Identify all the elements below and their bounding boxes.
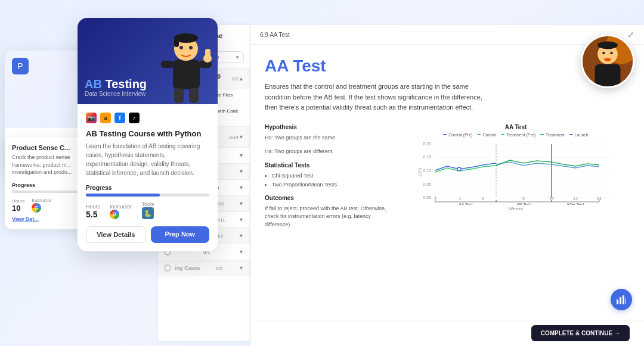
main-bottom: COMPLETE & CONTINUE → xyxy=(250,320,644,346)
chapter-9-arrow: ▼ xyxy=(239,249,244,255)
hours-value: 10 xyxy=(12,204,24,213)
svg-rect-61 xyxy=(623,295,624,304)
svg-point-58 xyxy=(605,58,610,61)
ab-hours-value: 5.5 xyxy=(86,210,100,219)
chapter-2-arrow: ▼ xyxy=(239,134,244,140)
svg-rect-59 xyxy=(617,300,618,304)
ab-card-subtitle: Data Science Interview xyxy=(85,91,147,97)
chart-svg: 0.20 0.15 0.10 0.05 0.00 xyxy=(402,139,630,205)
chapter-10-arrow: ▼ xyxy=(239,265,244,271)
chapter-10-count: 0/5 xyxy=(216,266,222,271)
ab-instructor-meta: Instructor G xyxy=(110,204,132,219)
ab-progress-bar-bg xyxy=(86,194,209,197)
complete-continue-button[interactable]: COMPLETE & CONTINUE → xyxy=(531,325,630,341)
hours-label: Hours xyxy=(12,198,24,204)
hypothesis-h0: Ho: Two groups are the same. xyxy=(265,134,390,142)
svg-rect-14 xyxy=(173,60,200,89)
chapter-10-circle xyxy=(164,264,171,272)
svg-text:0.20: 0.20 xyxy=(423,142,431,146)
legend-dot-treatment xyxy=(540,134,544,135)
svg-point-18 xyxy=(179,46,183,49)
chapter-7-arrow: ▼ xyxy=(239,217,244,223)
ab-tiktok-icon[interactable]: ♪ xyxy=(129,113,140,123)
ab-hero-text: AB Testing Data Science Interview xyxy=(85,77,147,97)
ab-progress-bar-fill xyxy=(86,194,160,197)
ab-instagram-icon[interactable]: 📷 xyxy=(86,113,97,123)
content-two-col: Hypothesis Ho: Two groups are the same. … xyxy=(265,124,630,235)
hypothesis-title: Hypothesis xyxy=(265,124,390,130)
breadcrumb: 6.9 AA Test xyxy=(260,32,290,38)
ab-testing-card: AB Testing Data Science Interview xyxy=(78,18,218,251)
chart-icon-button[interactable] xyxy=(611,289,632,310)
meta-row: Hours 10 Instructor G xyxy=(12,198,87,213)
test-two-proportion: Two Proportion/Mean Tests xyxy=(272,181,390,189)
svg-text:0.05: 0.05 xyxy=(423,182,431,186)
ab-google-icon: G xyxy=(110,210,119,219)
legend-label-launch: Launch xyxy=(575,133,589,137)
view-details-button[interactable]: View Details xyxy=(86,226,146,243)
statistical-tests-list: Chi-Squared Test Two Proportion/Mean Tes… xyxy=(265,172,390,189)
svg-text:0.00: 0.00 xyxy=(423,195,431,200)
ab-tools-meta: Tools 🐍 xyxy=(142,201,154,219)
svg-text:6: 6 xyxy=(482,197,484,201)
svg-rect-60 xyxy=(620,297,621,304)
ab-hours-meta: Hours 5.5 xyxy=(86,204,100,219)
legend-treatment-pre: Treatment (Pre) xyxy=(501,133,535,137)
view-details-btn[interactable]: View Det... xyxy=(12,216,87,222)
svg-text:2: 2 xyxy=(434,197,436,201)
ab-course-title: AB Testing Course with Python xyxy=(86,129,209,138)
legend-label-treatment: Treatment xyxy=(546,133,565,137)
chart-legend: Control (Pre) Control Treatment (Pre) Tr… xyxy=(402,133,630,137)
chapter-8-arrow: ▼ xyxy=(239,233,244,239)
desc-title: Product Sense C... xyxy=(12,144,87,151)
outcomes-text: If fail to reject, proceed with the AB t… xyxy=(265,205,390,229)
expand-icon[interactable]: ⤢ xyxy=(627,30,634,39)
svg-point-55 xyxy=(597,41,618,49)
legend-label-treatment-pre: Treatment (Pre) xyxy=(506,133,535,137)
instructor-avatar xyxy=(581,35,634,88)
hours-meta: Hours 10 xyxy=(12,198,24,213)
ab-person-illustration xyxy=(155,24,218,104)
google-icon: G xyxy=(32,203,41,213)
svg-rect-20 xyxy=(161,61,174,68)
svg-text:After Test: After Test xyxy=(566,202,584,205)
svg-point-57 xyxy=(610,52,613,55)
chapter-10-title: ing Cases xyxy=(175,265,200,271)
prep-now-button[interactable]: Prep Now xyxy=(151,226,210,243)
content-right: AA Test Control (Pre) Control Treatment … xyxy=(402,124,630,235)
svg-point-39 xyxy=(457,167,461,171)
legend-label-control-pre: Control (Pre) xyxy=(448,133,472,137)
svg-text:AB Test: AB Test xyxy=(516,202,531,205)
chapter-5-arrow: ▼ xyxy=(239,185,244,191)
svg-rect-54 xyxy=(595,64,621,86)
ab-python-icon: 🐍 xyxy=(142,207,154,219)
chapter-3-arrow: ▼ xyxy=(239,152,244,158)
svg-rect-25 xyxy=(189,88,199,103)
svg-text:AA Test: AA Test xyxy=(459,202,473,205)
ab-course-desc: Learn the foundation of AB testing cover… xyxy=(86,142,209,177)
svg-point-56 xyxy=(602,52,605,55)
chapter-6-arrow: ▼ xyxy=(239,201,244,207)
ab-progress-label: Progress xyxy=(86,185,209,191)
ab-facebook-icon[interactable]: f xyxy=(114,113,125,123)
ab-amazon-icon[interactable]: a xyxy=(100,113,111,123)
ab-text: AB xyxy=(85,77,102,91)
hypothesis-ha: Ha: Two groups are different. xyxy=(265,148,390,156)
chart-area: 0.20 0.15 0.10 0.05 0.00 xyxy=(402,139,630,205)
chapter-1-arrow: ▲ xyxy=(239,76,244,82)
progress-label: Progress xyxy=(12,182,87,188)
chart-title: AA Test xyxy=(402,124,630,130)
svg-rect-62 xyxy=(626,298,626,304)
legend-dot-treatment-pre xyxy=(501,134,504,135)
hero-badge-letter: P xyxy=(17,61,23,71)
svg-point-19 xyxy=(189,46,193,49)
instructor-meta: Instructor G xyxy=(32,198,51,213)
desc-text: Crack the product sense frameworks: prod… xyxy=(12,154,87,176)
svg-text:4: 4 xyxy=(459,197,461,201)
avatar-svg xyxy=(583,35,633,88)
ab-card-body: 📷 a f ♪ AB Testing Course with Python Le… xyxy=(78,104,218,251)
legend-label-control: Control xyxy=(482,133,496,137)
chapter-1-count: 0/2 xyxy=(232,76,239,82)
aa-test-title: AA Test xyxy=(265,57,630,76)
chapter-10-header[interactable]: ing Cases 0/5 ▼ xyxy=(158,260,250,276)
